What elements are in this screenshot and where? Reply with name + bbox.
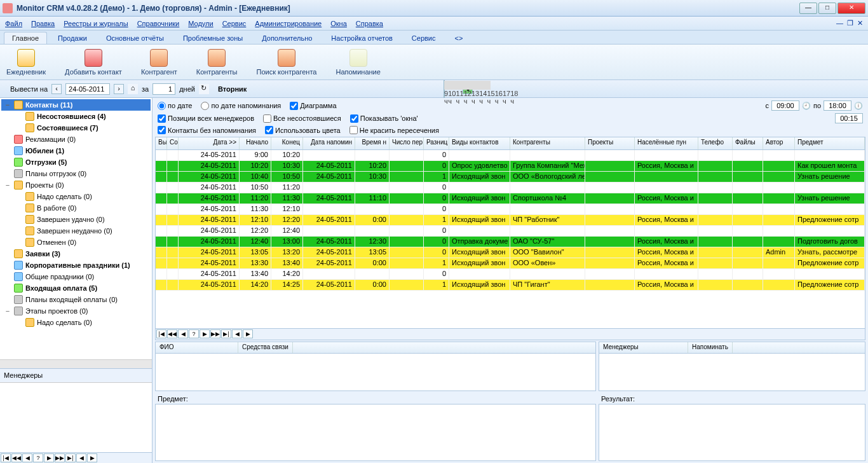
tab-1[interactable]: Продажи xyxy=(50,32,95,44)
table-row[interactable]: 24-05-201113:0513:2024-05-201113:050Исхо… xyxy=(156,247,865,258)
menu-Сервис[interactable]: Сервис xyxy=(222,20,247,27)
step-input[interactable] xyxy=(835,113,863,123)
nav-button[interactable]: ▶▶ xyxy=(210,329,220,338)
col-header[interactable]: Автор xyxy=(763,137,795,149)
grid-body[interactable]: 24-05-20119:0010:20024-05-201110:2010:30… xyxy=(156,150,865,328)
col-header[interactable]: Разниц xyxy=(424,137,449,149)
refresh-button[interactable]: ↻ xyxy=(199,84,209,94)
date-input[interactable] xyxy=(65,83,110,95)
tree-item[interactable]: Общие праздники (0) xyxy=(1,271,151,282)
tab-2[interactable]: Основные отчёты xyxy=(98,32,172,44)
tree-item[interactable]: Корпоративные праздники (1) xyxy=(1,259,151,271)
nav-button[interactable]: ▶▶ xyxy=(55,453,65,462)
tree-item[interactable]: Несостоявшиеся (4) xyxy=(1,111,151,122)
tree-item[interactable]: −Этапы проектов (0) xyxy=(1,305,151,317)
tab-3[interactable]: Проблемные зоны xyxy=(175,32,251,44)
nav-button[interactable]: ? xyxy=(189,329,199,338)
col-header[interactable]: Файлы xyxy=(733,137,763,149)
check-show-win[interactable]: Показывать 'окна' xyxy=(350,114,418,123)
col-header[interactable]: Дата напомин xyxy=(303,137,355,149)
col-header[interactable]: Время н xyxy=(355,137,390,149)
nav-button[interactable]: ◀ xyxy=(232,329,242,338)
radio-by-date[interactable]: по дате xyxy=(158,102,192,110)
tool-Поиск контрагента[interactable]: Поиск контрагента xyxy=(257,49,317,76)
tree-item[interactable]: −Проекты (0) xyxy=(1,179,151,191)
table-row[interactable]: 24-05-201110:5011:200 xyxy=(156,183,865,193)
table-row[interactable]: 24-05-201112:2012:400 xyxy=(156,226,865,237)
tree-item[interactable]: Надо сделать (0) xyxy=(1,191,151,202)
tool-Добавить контакт[interactable]: Добавить контакт xyxy=(65,49,122,76)
radio-by-remind[interactable]: по дате напоминания xyxy=(201,102,281,110)
date-next-button[interactable]: › xyxy=(114,84,124,94)
nav-button[interactable]: ▶ xyxy=(200,329,210,338)
tab-0[interactable]: Главное xyxy=(4,32,47,44)
tree-item[interactable]: Планы отгрузок (0) xyxy=(1,168,151,179)
col-header[interactable]: Виды контактов xyxy=(449,137,510,149)
nav-button[interactable]: ▶ xyxy=(243,329,253,338)
tab-4[interactable]: Дополнительно xyxy=(254,32,320,44)
tree-item[interactable]: Надо сделать (0) xyxy=(1,317,151,328)
nav-button[interactable]: ▶| xyxy=(221,329,231,338)
nav-button[interactable]: ▶ xyxy=(87,453,97,462)
col-header[interactable]: Начало xyxy=(240,137,271,149)
tree-item[interactable]: Входящая оплата (5) xyxy=(1,282,151,294)
check-all-mgr[interactable]: Позиции всех менеджеров xyxy=(158,114,254,123)
tree-item[interactable]: Юбилеи (1) xyxy=(1,145,151,156)
tree-item[interactable]: Состоявшиеся (7) xyxy=(1,122,151,134)
col-header[interactable]: Населённые пун xyxy=(635,137,698,149)
col-header[interactable]: Проекты xyxy=(585,137,635,149)
table-row[interactable]: 24-05-201112:4013:0024-05-201112:300Отпр… xyxy=(156,237,865,247)
tab-5[interactable]: Настройка отчетов xyxy=(323,32,400,44)
tab-6[interactable]: Сервис xyxy=(403,32,444,44)
tab-7[interactable]: <> xyxy=(447,32,471,44)
tree-item[interactable]: Отгрузки (5) xyxy=(1,156,151,168)
nav-button[interactable]: ▶ xyxy=(44,453,54,462)
tree-item[interactable]: В работе (0) xyxy=(1,202,151,214)
maximize-button[interactable]: □ xyxy=(818,3,836,14)
nav-button[interactable]: ◀ xyxy=(178,329,188,338)
days-input[interactable] xyxy=(153,83,175,95)
nav-button[interactable]: |◀ xyxy=(156,329,166,338)
menu-Справка[interactable]: Справка xyxy=(356,20,383,27)
col-header[interactable]: Телефо xyxy=(698,137,733,149)
nav-button[interactable]: ◀ xyxy=(76,453,86,462)
tool-Напоминание[interactable]: Напоминание xyxy=(336,49,380,76)
nav-button[interactable]: ◀◀ xyxy=(167,329,177,338)
date-prev-button[interactable]: ‹ xyxy=(51,84,62,94)
col-header[interactable]: Предмет xyxy=(795,137,865,149)
nav-button[interactable]: ▶| xyxy=(65,453,76,462)
minimize-button[interactable]: — xyxy=(799,3,817,14)
tree-item[interactable]: Отменен (0) xyxy=(1,237,151,248)
menu-Администрирование[interactable]: Администрирование xyxy=(255,20,322,27)
mdi-minimize[interactable]: — xyxy=(836,19,843,27)
tree-scrollbar[interactable] xyxy=(0,359,152,368)
table-row[interactable]: 24-05-201111:2011:3024-05-201111:100Исхо… xyxy=(156,193,865,204)
date-home-button[interactable]: ⌂ xyxy=(128,84,138,94)
tree-item[interactable]: Завершен удачно (0) xyxy=(1,214,151,225)
col-header[interactable]: Дата >> xyxy=(179,137,240,149)
timeline[interactable]: 9 ч10 ч11 ч12 ч13 ч14 ч15 ч16 ч17 ч18 ч xyxy=(444,80,445,98)
tree-item[interactable]: −Контакты (11) xyxy=(1,99,151,111)
menu-Окна[interactable]: Окна xyxy=(330,20,347,27)
tool-Контрагенты[interactable]: Контрагенты xyxy=(196,49,238,76)
check-diagram[interactable]: Диаграмма xyxy=(290,102,336,110)
tree-item[interactable]: Планы входящей оплаты (0) xyxy=(1,294,151,305)
tree-item[interactable]: Завершен неудачно (0) xyxy=(1,225,151,237)
table-row[interactable]: 24-05-201110:4010:5024-05-201110:301Исхо… xyxy=(156,172,865,183)
col-header[interactable]: Со xyxy=(167,137,179,149)
check-all-failed[interactable]: Все несостоявшиеся xyxy=(263,114,341,123)
table-row[interactable]: 24-05-201114:2014:2524-05-20110:001Исход… xyxy=(156,280,865,291)
col-header[interactable]: Число пер xyxy=(390,137,424,149)
menu-Модули[interactable]: Модули xyxy=(188,20,213,27)
table-row[interactable]: 24-05-201113:4014:200 xyxy=(156,269,865,280)
mdi-restore[interactable]: ❐ xyxy=(847,19,853,27)
check-no-remind[interactable]: Контакты без напоминания xyxy=(158,126,256,134)
menu-Файл[interactable]: Файл xyxy=(5,20,22,27)
mdi-close[interactable]: ✕ xyxy=(857,19,863,27)
close-button[interactable]: ✕ xyxy=(837,3,865,14)
menu-Реестры и журналы[interactable]: Реестры и журналы xyxy=(64,20,128,27)
tool-Ежедневник[interactable]: Ежедневник xyxy=(6,49,46,76)
table-row[interactable]: 24-05-201112:1012:2024-05-20110:001Исход… xyxy=(156,215,865,226)
check-use-colors[interactable]: Использовать цвета xyxy=(265,126,341,134)
nav-button[interactable]: ? xyxy=(33,453,43,462)
